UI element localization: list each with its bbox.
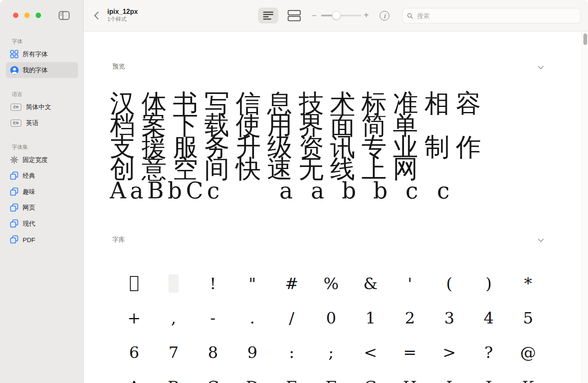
minimize-window-button[interactable] [24,13,30,18]
scrollbar-track[interactable] [582,31,588,383]
back-button[interactable] [91,9,102,22]
close-window-button[interactable] [13,13,18,18]
glyph-cell[interactable]: > [430,335,469,370]
glyph-cell[interactable]: 9 [233,335,272,370]
chevron-left-icon [94,11,99,20]
sidebar-section: 语言ZH简体中文EN英语 [0,91,84,138]
collection-icon [10,171,19,180]
sidebar-item-我的字体[interactable]: 我的字体 [6,62,78,78]
info-icon: i [383,13,385,19]
glyph-cell[interactable]: : [272,335,311,370]
sidebar-item-label: 所有字体 [23,50,48,58]
sidebar-section: 字体集固定宽度经典趣味网页现代PDF [0,143,84,254]
glyph-cell[interactable]: < [351,335,390,370]
sidebar-item-固定宽度[interactable]: 固定宽度 [6,152,78,168]
repertoire-collapse-button[interactable] [538,237,544,244]
sidebar-item-所有字体[interactable]: 所有字体 [6,46,78,62]
glyph-cell[interactable]: 3 [430,301,469,335]
search-input[interactable] [416,12,576,20]
preview-char: b [365,178,396,203]
glyph-cell[interactable]: / [272,301,311,335]
glyph-cell[interactable]: 4 [469,301,508,335]
glyph-cell[interactable]: 5 [508,301,548,335]
title-block: ipix_12px 1个样式 [107,8,138,23]
sidebar-sections: 字体所有字体我的字体语言ZH简体中文EN英语字体集固定宽度经典趣味网页现代PDF [0,32,84,254]
preview-collapse-button[interactable] [538,64,544,71]
preview-char: c [427,178,459,203]
glyph-cell[interactable]: ? [469,335,508,370]
sidebar-item-label: 趣味 [23,188,35,196]
glyph-cell[interactable] [154,266,193,301]
preview-view-button[interactable] [258,8,278,23]
glyph-cell[interactable]: & [351,266,390,301]
sidebar-item-PDF[interactable]: PDF [6,232,78,248]
glyph-cell[interactable]: H [390,370,430,383]
glyph-cell[interactable]: ; [311,335,351,370]
glyph-cell[interactable]: " [233,266,272,301]
glyph-cell[interactable]: ) [469,266,508,301]
glyph-cell[interactable]: F [311,370,351,383]
preview-char: 相 [421,88,453,118]
glyph-cell[interactable]: A [114,370,154,383]
glyph-cell[interactable]: * [508,266,548,301]
zoom-window-button[interactable] [36,13,41,18]
glyph-row: +,-./012345 [114,301,548,335]
glyph-cell[interactable]: 2 [390,301,430,335]
glyph-cell[interactable]: I [430,370,469,383]
sidebar-section-gap [0,248,84,254]
scrollbar-thumb[interactable] [583,34,587,45]
glyph-cell[interactable]: 1 [351,301,390,335]
sidebar-item-现代[interactable]: 现代 [6,216,78,232]
glyph-cell[interactable]: . [233,301,272,335]
sidebar-item-趣味[interactable]: 趣味 [6,184,78,200]
sidebar-item-英语[interactable]: EN英语 [6,115,78,131]
glyph-cell[interactable]: D [233,370,272,383]
glyph-cell[interactable]: C [193,370,233,383]
zoom-in-button[interactable]: + [364,10,369,20]
gear-icon [10,155,19,164]
glyph-cell[interactable]: B [154,370,193,383]
search-field[interactable] [402,8,581,23]
sidebar-section-gap [0,131,84,138]
glyph-cell[interactable]: ' [390,266,430,301]
size-slider-track[interactable] [321,15,361,16]
glyph-cell[interactable]: ! [193,266,233,301]
sidebar-toggle-icon[interactable] [58,10,70,21]
lang-badge: EN [10,118,22,128]
glyph-cell[interactable]: % [311,266,351,301]
glyph-row: 6789:;<=>?@ [114,335,548,370]
glyph-cell[interactable]: J [469,370,508,383]
glyph-cell[interactable]: # [272,266,311,301]
collection-icon [10,235,19,244]
glyph-cell[interactable]: E [272,370,311,383]
sidebar-section: 字体所有字体我的字体 [0,38,84,85]
glyph-cell[interactable]: - [193,301,233,335]
sidebar-item-label: 经典 [23,172,35,180]
glyph-cell[interactable]: ( [430,266,469,301]
glyph-cell[interactable]: 7 [154,335,193,370]
language-badge-icon: ZH [10,104,21,111]
user-circle-icon [10,65,19,75]
glyph-cell[interactable] [114,266,154,301]
glyph-cell[interactable]: @ [508,335,548,370]
sidebar-item-label: PDF [23,236,35,243]
glyph-cell[interactable]: = [390,335,430,370]
lang-badge: ZH [10,102,22,112]
preview-char: 制 [421,132,453,162]
info-button[interactable]: i [380,11,389,21]
sidebar-item-简体中文[interactable]: ZH简体中文 [6,99,78,115]
glyph-cell[interactable]: G [351,370,390,383]
collection-icon [10,219,19,228]
glyph-cell[interactable]: 0 [311,301,351,335]
zoom-out-button[interactable]: − [312,11,317,21]
glyph-cell[interactable]: K [508,370,548,383]
glyph-cell[interactable]: , [154,301,193,335]
chevron-down-icon [538,237,544,243]
sidebar-item-网页[interactable]: 网页 [6,200,78,216]
samples-view-button[interactable] [284,8,304,23]
glyph-cell[interactable]: 8 [193,335,233,370]
glyph-cell[interactable]: 6 [114,335,154,370]
glyph-cell[interactable]: + [114,301,154,335]
size-slider-knob[interactable] [332,11,341,20]
sidebar-item-经典[interactable]: 经典 [6,168,78,184]
